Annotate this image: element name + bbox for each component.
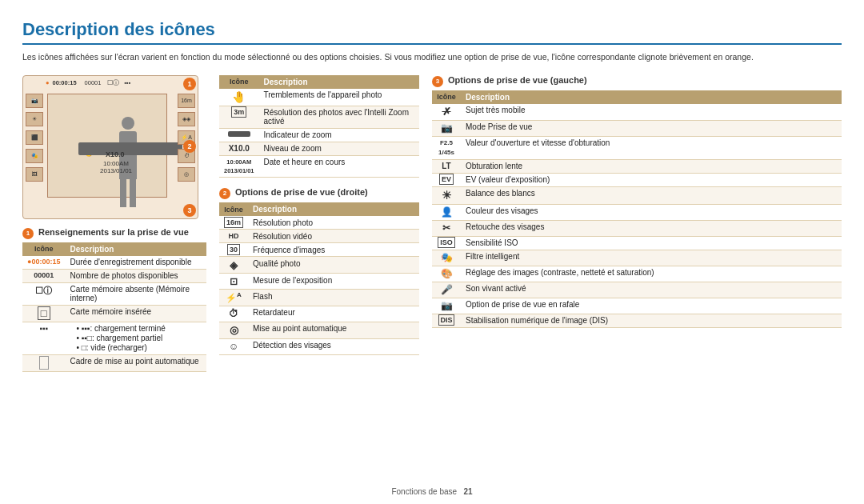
table-row: Indicateur de zoom [219, 128, 419, 142]
figure-leg-right [130, 179, 136, 207]
icon-cell: 00001 [22, 269, 65, 282]
footer-text: Fonctions de base [391, 487, 457, 496]
figure-leg-left [120, 179, 126, 207]
desc-cell: Tremblements de l'appareil photo [259, 89, 419, 106]
desc-cell: Flash [248, 290, 419, 306]
desc-cell: Option de prise de vue en rafale [461, 298, 842, 314]
icon-cell: ✗ [432, 104, 461, 121]
desc-cell: Carte mémoire insérée [65, 305, 206, 322]
camera-count: 00001 [85, 79, 102, 86]
page-title: Description des icônes [22, 19, 842, 45]
icon-cell: X10.0 [219, 142, 259, 155]
table-row: EV EV (valeur d'exposition) [432, 173, 842, 186]
cam-icon-wb: ⬛ [26, 130, 43, 145]
icon-cell [219, 128, 259, 142]
icon-cell: ☐ⓘ [22, 282, 65, 305]
cam-icon-sun: ☀ [26, 112, 43, 126]
table-row: ☀ Balance des blancs [432, 186, 842, 204]
top-col-icone: Icône [219, 75, 259, 89]
desc-cell: Obturation lente [461, 159, 842, 173]
section2-title: 2 Options de prise de vue (droite) [219, 187, 419, 199]
desc-cell: ▪▪▪: chargement terminé ▪▪□: chargement … [65, 322, 206, 354]
section2-number: 2 [219, 188, 230, 199]
icon-cell: ⏱ [219, 306, 248, 322]
icon-cell: HD [219, 230, 248, 243]
table-row: HD Résolution vidéo [219, 230, 419, 243]
table-row: F2.5 1/45s Valeur d'ouverture et vitesse… [432, 136, 842, 159]
table-row: Cadre de mise au point automatique [22, 354, 206, 371]
cam-icon-img: 🖼 [26, 167, 43, 182]
table-row: ✂ Retouche des visages [432, 220, 842, 236]
icon-cell: ▪▪▪ [22, 322, 65, 354]
table-row: ✗ Sujet très mobile [432, 104, 842, 121]
icon-cell: ⚡A [219, 290, 248, 306]
desc-cell: Résolution vidéo [248, 230, 419, 243]
icon-cell: 30 [219, 243, 248, 257]
icon-cell: ⊡ [219, 274, 248, 290]
desc-cell: Mode Prise de vue [461, 120, 842, 136]
icon-cell: ISO [432, 236, 461, 250]
table-row: 10:00AM 2013/01/01 Date et heure en cour… [219, 155, 419, 178]
footer-page: 21 [463, 487, 472, 496]
desc-cell: Couleur des visages [461, 204, 842, 220]
desc-cell: Mesure de l'exposition [248, 274, 419, 290]
figure-legs [108, 179, 148, 207]
section1-col-desc: Description [65, 242, 206, 256]
table-row: ⏱ Retardateur [219, 306, 419, 322]
desc-cell: Résolution des photos avec l'Intelli Zoo… [259, 106, 419, 128]
table-row: ISO Sensibilité ISO [432, 236, 842, 250]
desc-cell: Indicateur de zoom [259, 128, 419, 142]
icon-cell: 🎭 [432, 250, 461, 266]
desc-cell: Carte mémoire absente (Mémoire interne) [65, 282, 206, 305]
icon-cell: EV [432, 173, 461, 186]
left-column: ● 00:00:15 00001 ☐ⓘ ▪▪▪ 1 [22, 75, 206, 378]
table-row: 🎨 Réglage des images (contraste, netteté… [432, 266, 842, 282]
camera-record-icon: ● [46, 79, 50, 86]
figure-head [122, 117, 134, 130]
icon-cell: DIS [432, 314, 461, 327]
middle-column: Icône Description 🤚 Tremblements de l'ap… [219, 75, 419, 362]
icon-cell: LT [432, 159, 461, 173]
desc-cell: Mise au point automatique [248, 322, 419, 338]
icon-cell: 🎨 [432, 266, 461, 282]
section3-title: 3 Options de prise de vue (gauche) [432, 75, 842, 87]
table-row: 🤚 Tremblements de l'appareil photo [219, 89, 419, 106]
camera-battery-icon: ▪▪▪ [124, 79, 130, 86]
desc-cell: Résolution photo [248, 216, 419, 230]
table-row: 3m Résolution des photos avec l'Intelli … [219, 106, 419, 128]
table-row: 🎭 Filtre intelligent [432, 250, 842, 266]
icon-cell: 3m [219, 106, 259, 128]
section1-col-icone: Icône [22, 242, 65, 256]
desc-cell: Filtre intelligent [461, 250, 842, 266]
table-row: ⊡ Mesure de l'exposition [219, 274, 419, 290]
table-row: 30 Fréquence d'images [219, 243, 419, 257]
icon-cell: 📷 [432, 120, 461, 136]
table-row: 00001 Nombre de photos disponibles [22, 269, 206, 282]
icon-cell: ☺ [219, 338, 248, 354]
desc-cell: Détection des visages [248, 338, 419, 354]
desc-cell: Balance des blancs [461, 186, 842, 204]
icon-cell: 10:00AM 2013/01/01 [219, 155, 259, 178]
camera-datetime: 10:00AM 2013/01/01 [100, 160, 132, 174]
intro-text: Les icônes affichées sur l'écran varient… [22, 51, 842, 64]
desc-cell: Nombre de photos disponibles [65, 269, 206, 282]
section3-number: 3 [432, 76, 443, 87]
table-row: 👤 Couleur des visages [432, 204, 842, 220]
camera-mem-icon: ☐ⓘ [107, 78, 119, 87]
top-col-desc: Description [259, 75, 419, 89]
table-row: DIS Stabilisation numérique de l'image (… [432, 314, 842, 327]
icon-cell: ☀ [432, 186, 461, 204]
section1-title: 1 Renseignements sur la prise de vue [22, 227, 206, 239]
main-layout: ● 00:00:15 00001 ☐ⓘ ▪▪▪ 1 [22, 75, 842, 378]
table-row: ☺ Détection des visages [219, 338, 419, 354]
icon-cell: ◈ [219, 257, 248, 274]
desc-cell: Qualité photo [248, 257, 419, 274]
table-row: 📷 Option de prise de vue en rafale [432, 298, 842, 314]
desc-cell: Sujet très mobile [461, 104, 842, 121]
table-row: ☐ⓘ Carte mémoire absente (Mémoire intern… [22, 282, 206, 305]
table-row: ●00:00:15 Durée d'enregistrement disponi… [22, 256, 206, 270]
top-icons-table: Icône Description 🤚 Tremblements de l'ap… [219, 75, 419, 178]
camera-top-bar: ● 00:00:15 00001 ☐ⓘ ▪▪▪ [46, 78, 130, 87]
desc-cell: Son vivant activé [461, 282, 842, 298]
desc-cell: Stabilisation numérique de l'image (DIS) [461, 314, 842, 327]
